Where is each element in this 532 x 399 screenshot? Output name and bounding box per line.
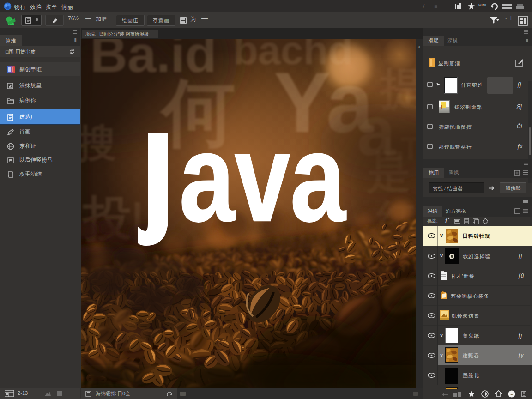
svg-text:搜: 搜 (81, 121, 116, 165)
svg-text:ava: ava (179, 108, 346, 247)
